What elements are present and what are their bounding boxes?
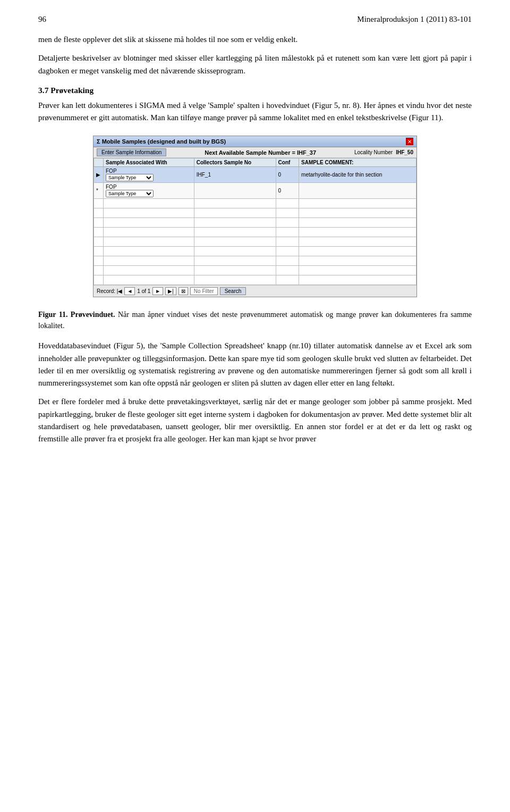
table-row-empty [94,275,416,285]
table-row-empty [94,237,416,247]
sigma-info-bar: Enter Sample Information Next Available … [94,147,416,158]
col-collectors: Collectors Sample No [194,158,276,167]
table-row-empty [94,228,416,237]
sigma-window-title: Σ Mobile Samples (designed and built by … [97,138,226,145]
row-conf-new: 0 [276,183,299,199]
locality-value: IHF_50 [396,149,413,155]
col-comment: SAMPLE COMMENT: [299,158,416,167]
col-sample-assoc: Sample Associated With [104,158,194,167]
row-conf: 0 [276,167,299,183]
prev-record-button[interactable]: ◄ [124,287,135,295]
figure-11-container: Σ Mobile Samples (designed and built by … [38,136,472,297]
sigma-table-area: Sample Associated With Collectors Sample… [94,158,416,285]
end-button[interactable]: ⊠ [178,287,188,295]
record-label: Record: |◀ [97,288,122,294]
next-record-button[interactable]: ► [152,287,163,295]
sigma-close-button[interactable]: ✕ [406,138,413,145]
search-button[interactable]: Search [220,287,246,295]
table-row: ▶ FOP Sample Type IHF_1 0 metarhyolite-d… [94,167,416,183]
page: 96 Mineralproduksjon 1 (2011) 83-101 men… [0,0,510,473]
paragraph-5: Det er flere fordeler med å bruke dette … [38,396,472,445]
sigma-samples-table: Sample Associated With Collectors Sample… [94,158,416,285]
table-row-empty [94,208,416,218]
table-row-empty [94,199,416,208]
table-row-empty [94,218,416,228]
row-collectors-no: IHF_1 [194,167,276,183]
row-arrow: ▶ [94,167,104,183]
section-heading: 3.7 Prøvetaking [38,86,472,95]
table-row-empty [94,256,416,266]
row-arrow-new: * [94,183,104,199]
table-row: * FOP Sample Type 0 [94,183,416,199]
enter-sample-btn[interactable]: Enter Sample Information [97,148,166,156]
paragraph-3: Prøver kan lett dokumenteres i SIGMA med… [38,99,472,124]
sigma-footer: Record: |◀ ◄ 1 of 1 ► ▶| ⊠ No Filter Sea… [94,285,416,297]
sigma-window: Σ Mobile Samples (designed and built by … [93,136,417,297]
locality-label: Locality Number [354,149,393,155]
figure-caption-bold: Figur 11. Prøvevinduet. [38,311,115,319]
row-assoc: FOP Sample Type [104,167,194,183]
row-comment-new [299,183,416,199]
row-collectors-no-new [194,183,276,199]
paragraph-4: Hoveddatabasevinduet (Figur 5), the 'Sam… [38,340,472,389]
next-sample-label: Next Available Sample Number = IHF_37 [169,149,351,156]
row-assoc-new: FOP Sample Type [104,183,194,199]
row-comment: metarhyolite-dacite for thin section [299,167,416,183]
table-header-row: Sample Associated With Collectors Sample… [94,158,416,167]
last-record-button[interactable]: ▶| [165,287,176,295]
paragraph-1: men de fleste opplever det slik at skiss… [38,34,472,46]
journal-title: Mineralproduksjon 1 (2011) 83-101 [357,15,472,24]
page-header: 96 Mineralproduksjon 1 (2011) 83-101 [38,15,472,24]
sigma-titlebar: Σ Mobile Samples (designed and built by … [94,136,416,147]
sample-type-dropdown-new[interactable]: Sample Type [106,190,154,197]
sample-type-dropdown[interactable]: Sample Type [106,174,154,181]
col-conf: Conf [276,158,299,167]
no-filter-label: No Filter [190,287,218,295]
record-info: 1 of 1 [137,288,150,294]
figure-caption: Figur 11. Prøvevinduet. Når man åpner vi… [38,309,472,331]
col-arrow [94,158,104,167]
table-row-empty [94,266,416,275]
table-row-empty [94,247,416,256]
paragraph-2: Detaljerte beskrivelser av blotninger me… [38,52,472,77]
page-number: 96 [38,15,46,24]
